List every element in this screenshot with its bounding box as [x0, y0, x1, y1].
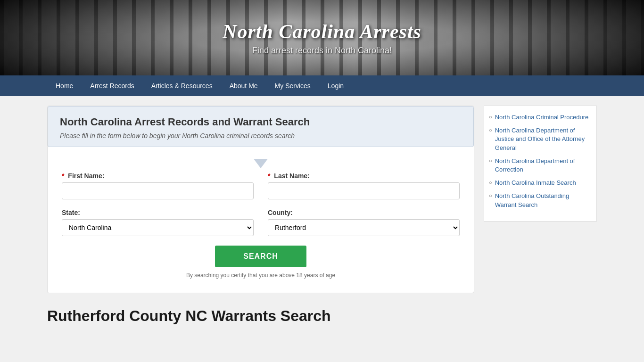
sidebar-list: North Carolina Criminal ProcedureNorth C…	[484, 106, 597, 222]
nav-item-articles-&-resources[interactable]: Articles & Resources	[143, 75, 221, 96]
last-name-label: * Last Name:	[268, 172, 460, 180]
nav-item-login[interactable]: Login	[319, 75, 352, 96]
first-name-group: * First Name:	[62, 172, 254, 199]
county-label: County:	[268, 209, 460, 216]
state-group: State: North Carolina	[62, 209, 254, 236]
sidebar-link-1[interactable]: North Carolina Department of Justice and…	[495, 126, 592, 152]
site-subtitle: Find arrest records in North Carolina!	[223, 46, 421, 56]
sidebar-link-0[interactable]: North Carolina Criminal Procedure	[495, 113, 589, 122]
main-container: North Carolina Arrest Records and Warran…	[0, 96, 644, 334]
content-area: North Carolina Arrest Records and Warran…	[47, 106, 474, 325]
speech-bubble-arrow	[254, 159, 268, 168]
sidebar: North Carolina Criminal ProcedureNorth C…	[484, 106, 597, 325]
nav-item-arrest-records[interactable]: Arrest Records	[82, 75, 142, 96]
first-name-label: * First Name:	[62, 172, 254, 180]
search-card-subtitle: Please fill in the form below to begin y…	[60, 132, 462, 140]
site-title: North Carolina Arrests	[223, 20, 421, 43]
search-btn-container: SEARCH By searching you certify that you…	[62, 246, 460, 279]
required-star-last: *	[268, 172, 270, 180]
sidebar-link-3[interactable]: North Carolina Inmate Search	[495, 179, 576, 187]
main-nav: HomeArrest RecordsArticles & ResourcesAb…	[0, 75, 644, 96]
search-disclaimer: By searching you certify that you are ab…	[62, 272, 460, 279]
state-label: State:	[62, 209, 254, 216]
state-select[interactable]: North Carolina	[62, 219, 254, 236]
sidebar-item: North Carolina Department of Justice and…	[489, 126, 592, 152]
nav-item-my-services[interactable]: My Services	[266, 75, 319, 96]
search-card-header: North Carolina Arrest Records and Warran…	[48, 106, 474, 147]
county-select[interactable]: Rutherford	[268, 219, 460, 236]
site-header: North Carolina Arrests Find arrest recor…	[0, 0, 644, 75]
sidebar-item: North Carolina Inmate Search	[489, 179, 592, 187]
search-button[interactable]: SEARCH	[215, 246, 306, 267]
sidebar-item: North Carolina Outstanding Warrant Searc…	[489, 192, 592, 209]
nav-link[interactable]: Arrest Records	[82, 75, 142, 96]
location-row: State: North Carolina County: Rutherford	[62, 209, 460, 236]
required-star-first: *	[62, 172, 64, 180]
page-heading: Rutherford County NC Warrants Search	[47, 307, 474, 325]
nav-link[interactable]: About Me	[221, 75, 266, 96]
nav-item-about-me[interactable]: About Me	[221, 75, 266, 96]
nav-link[interactable]: Home	[47, 75, 82, 96]
search-card: North Carolina Arrest Records and Warran…	[47, 106, 474, 293]
county-group: County: Rutherford	[268, 209, 460, 236]
nav-item-home[interactable]: Home	[47, 75, 82, 96]
sidebar-item: North Carolina Criminal Procedure	[489, 113, 592, 122]
nav-link[interactable]: Articles & Resources	[143, 75, 221, 96]
search-card-title: North Carolina Arrest Records and Warran…	[60, 116, 462, 128]
sidebar-item: North Carolina Department of Correction	[489, 157, 592, 174]
nav-link[interactable]: My Services	[266, 75, 319, 96]
first-name-input[interactable]	[62, 182, 254, 199]
last-name-group: * Last Name:	[268, 172, 460, 199]
sidebar-link-2[interactable]: North Carolina Department of Correction	[495, 157, 592, 174]
last-name-input[interactable]	[268, 182, 460, 199]
sidebar-link-4[interactable]: North Carolina Outstanding Warrant Searc…	[495, 192, 592, 209]
nav-link[interactable]: Login	[319, 75, 352, 96]
name-row: * First Name: * Last Name:	[62, 172, 460, 199]
